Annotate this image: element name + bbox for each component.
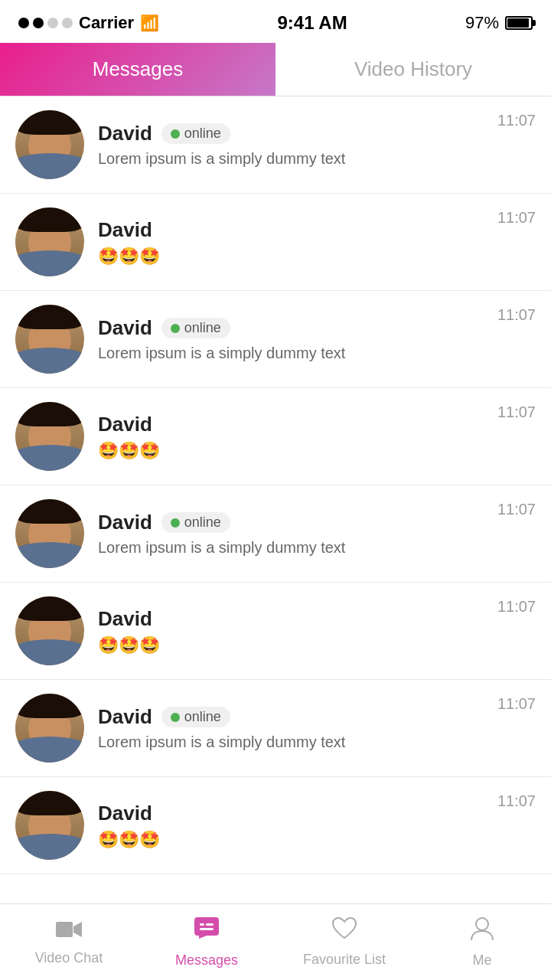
- battery-icon: [505, 16, 533, 30]
- nav-messages[interactable]: Messages: [138, 904, 276, 980]
- message-preview: Lorem ipsum is a simply dummy text: [98, 150, 484, 168]
- carrier-label: Carrier: [79, 13, 134, 33]
- nav-video-chat[interactable]: Video Chat: [0, 904, 138, 980]
- messages-icon: [193, 916, 220, 948]
- wifi-icon: 📶: [140, 14, 159, 32]
- battery-percent: 97%: [465, 13, 499, 33]
- message-time: 11:07: [497, 694, 536, 713]
- online-label: online: [184, 709, 221, 725]
- signal-dot-4: [62, 18, 73, 28]
- avatar: [15, 207, 84, 276]
- svg-rect-5: [200, 928, 214, 930]
- avatar-hair: [15, 791, 84, 815]
- favourite-icon: [331, 916, 357, 947]
- contact-name: David: [98, 607, 152, 631]
- online-label: online: [184, 320, 221, 336]
- message-preview: Lorem ipsum is a simply dummy text: [98, 345, 484, 362]
- battery-fill: [507, 18, 529, 28]
- svg-point-6: [476, 918, 488, 930]
- avatar: [15, 694, 84, 763]
- message-item[interactable]: DavidonlineLorem ipsum is a simply dummy…: [0, 680, 551, 777]
- avatar-hair: [15, 596, 84, 621]
- message-content: David🤩🤩🤩: [98, 413, 484, 461]
- avatar-hair: [15, 499, 84, 524]
- avatar-shoulders: [15, 250, 84, 276]
- message-header: David: [98, 607, 484, 631]
- message-preview: 🤩🤩🤩: [98, 830, 484, 850]
- online-badge: online: [161, 512, 230, 533]
- message-content: DavidonlineLorem ipsum is a simply dummy…: [98, 316, 484, 362]
- online-label: online: [184, 126, 221, 142]
- svg-rect-2: [194, 917, 219, 936]
- avatar-shoulders: [15, 445, 84, 471]
- message-preview: 🤩🤩🤩: [98, 635, 484, 655]
- contact-name: David: [98, 413, 152, 436]
- message-header: Davidonline: [98, 511, 484, 534]
- contact-name: David: [98, 316, 152, 340]
- message-content: David🤩🤩🤩: [98, 607, 484, 655]
- message-item[interactable]: David🤩🤩🤩11:07: [0, 388, 551, 485]
- message-preview: Lorem ipsum is a simply dummy text: [98, 733, 484, 751]
- online-badge: online: [161, 707, 230, 727]
- svg-rect-3: [200, 923, 204, 926]
- avatar-shoulders: [15, 348, 84, 374]
- online-status-dot: [171, 713, 180, 722]
- contact-name: David: [98, 705, 152, 729]
- avatar-hair: [15, 110, 84, 135]
- message-time: 11:07: [497, 207, 536, 227]
- avatar: [15, 791, 84, 860]
- online-status-dot: [171, 129, 180, 139]
- message-preview: 🤩🤩🤩: [98, 247, 484, 266]
- message-content: DavidonlineLorem ipsum is a simply dummy…: [98, 705, 484, 751]
- avatar: [15, 110, 84, 179]
- tab-video-history[interactable]: Video History: [276, 43, 551, 96]
- message-item[interactable]: David🤩🤩🤩11:07: [0, 777, 551, 874]
- avatar-shoulders: [15, 542, 84, 568]
- avatar-hair: [15, 305, 84, 329]
- message-item[interactable]: DavidonlineLorem ipsum is a simply dummy…: [0, 291, 551, 388]
- message-time: 11:07: [497, 305, 536, 324]
- nav-me-label: Me: [472, 952, 491, 969]
- video-chat-icon: [55, 919, 83, 946]
- online-badge: online: [161, 318, 230, 338]
- nav-video-chat-label: Video Chat: [35, 950, 103, 966]
- svg-rect-0: [56, 922, 73, 937]
- message-item[interactable]: David🤩🤩🤩11:07: [0, 194, 551, 291]
- message-item[interactable]: David🤩🤩🤩11:07: [0, 583, 551, 680]
- contact-name: David: [98, 218, 152, 242]
- contact-name: David: [98, 122, 152, 145]
- message-preview: Lorem ipsum is a simply dummy text: [98, 539, 484, 557]
- message-time: 11:07: [497, 791, 536, 810]
- signal-dot-3: [47, 18, 58, 28]
- online-label: online: [184, 514, 221, 531]
- message-header: David: [98, 218, 484, 242]
- nav-favourite-list[interactable]: Favourite List: [276, 904, 413, 980]
- message-header: David: [98, 802, 484, 825]
- avatar-hair: [15, 207, 84, 232]
- nav-me[interactable]: Me: [413, 904, 551, 980]
- message-header: Davidonline: [98, 705, 484, 729]
- svg-marker-1: [73, 922, 82, 937]
- nav-messages-label: Messages: [175, 952, 238, 969]
- online-badge: online: [161, 123, 230, 144]
- message-item[interactable]: DavidonlineLorem ipsum is a simply dummy…: [0, 485, 551, 583]
- message-preview: 🤩🤩🤩: [98, 441, 484, 461]
- avatar: [15, 402, 84, 471]
- signal-dot-2: [33, 18, 44, 28]
- message-item[interactable]: DavidonlineLorem ipsum is a simply dummy…: [0, 96, 551, 194]
- avatar: [15, 305, 84, 374]
- message-content: David🤩🤩🤩: [98, 218, 484, 266]
- status-time: 9:41 AM: [277, 12, 347, 34]
- tab-messages[interactable]: Messages: [0, 43, 276, 96]
- avatar-hair: [15, 402, 84, 426]
- avatar: [15, 596, 84, 665]
- message-time: 11:07: [497, 110, 536, 129]
- contact-name: David: [98, 802, 152, 825]
- message-list: DavidonlineLorem ipsum is a simply dummy…: [0, 96, 551, 903]
- online-status-dot: [171, 324, 180, 333]
- message-content: DavidonlineLorem ipsum is a simply dummy…: [98, 122, 484, 168]
- message-header: Davidonline: [98, 122, 484, 145]
- avatar-hair: [15, 694, 84, 718]
- message-header: David: [98, 413, 484, 436]
- avatar-shoulders: [15, 153, 84, 179]
